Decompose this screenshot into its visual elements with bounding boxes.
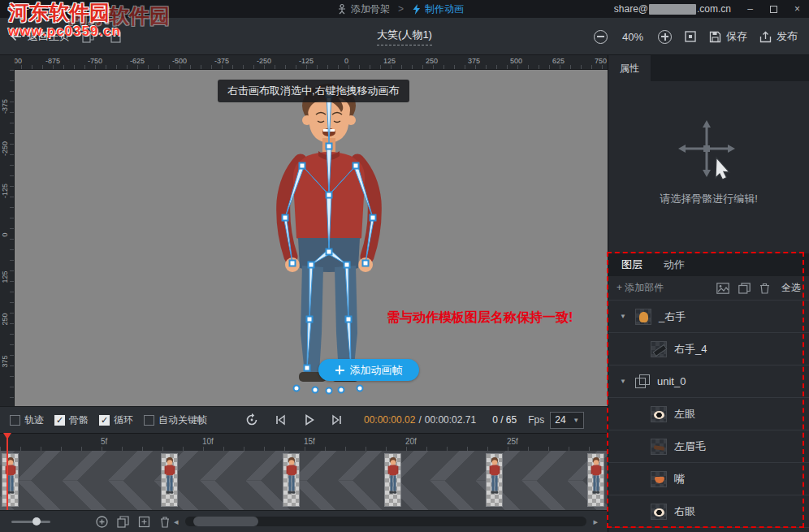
menu-file[interactable]: 文件 — [10, 2, 29, 16]
fit-canvas-icon[interactable] — [684, 30, 697, 43]
slider-knob[interactable] — [32, 517, 41, 526]
next-frame-icon[interactable] — [330, 413, 344, 427]
layer-item-row[interactable]: 右手_4 — [608, 333, 809, 365]
timeline-track[interactable] — [0, 451, 608, 510]
project-name[interactable]: 大笑(人物1) — [377, 28, 432, 45]
frame-counter: 0 / 65 — [492, 414, 517, 426]
checkbox-icon[interactable]: ✓ — [99, 415, 110, 426]
step-add-skeleton[interactable]: 添加骨架 — [337, 2, 390, 16]
h-ruler-label: -375 — [214, 57, 229, 65]
account-suffix: .com.cn — [697, 3, 731, 15]
layer-item-row[interactable]: 嘴 — [608, 463, 809, 495]
timeline-label: 10f — [202, 437, 214, 446]
layer-item-row[interactable]: 左眉毛 — [608, 430, 809, 463]
chevron-down-icon[interactable]: ▼ — [620, 313, 628, 320]
timeline-label: 20f — [405, 437, 417, 446]
move-cross-icon — [674, 120, 744, 188]
chevron-down-icon: ▼ — [573, 417, 579, 424]
hand-part-icon — [651, 341, 667, 357]
fps-select[interactable]: 24▼ — [550, 412, 584, 429]
layer-group-row[interactable]: ▼ unit_0 — [608, 365, 809, 398]
keyframe-thumbnail[interactable] — [283, 453, 300, 507]
layer-label: _右手 — [659, 309, 686, 324]
step-make-animation[interactable]: 制作动画 — [412, 2, 464, 16]
maximize-icon[interactable] — [762, 0, 785, 18]
select-all-button[interactable]: 全选 — [781, 281, 801, 295]
menu-help[interactable]: 帮助 — [91, 2, 110, 16]
select-bone-hint: 请选择骨骼进行编辑! — [608, 192, 809, 206]
h-ruler-label: 250 — [426, 57, 438, 65]
v-ruler-label: 375 — [1, 349, 9, 374]
layer-label: 左眼 — [674, 407, 695, 422]
keyframe-thumbnail[interactable] — [384, 453, 401, 507]
toggle-label: 自动关键帧 — [158, 413, 207, 427]
hand-icon — [635, 309, 651, 325]
layer-item-row[interactable]: 左眼 — [608, 398, 809, 430]
toggle-bones[interactable]: ✓骨骼 — [54, 413, 89, 427]
animation-canvas[interactable]: 右击画布取消选中,右键拖拽移动画布 需与动作模板图层名称保持一致! 添加动画帧 — [15, 70, 608, 406]
copy-frame-icon[interactable] — [117, 516, 129, 528]
checkbox-icon[interactable] — [144, 415, 154, 426]
timeline-tools — [96, 516, 171, 528]
prev-frame-icon[interactable] — [273, 413, 288, 427]
timeline-scrollbar[interactable] — [185, 517, 587, 526]
publish-label: 发布 — [777, 29, 798, 44]
playhead[interactable] — [6, 433, 8, 510]
plus-circle-icon[interactable] — [96, 516, 108, 528]
account-email[interactable]: share@ .com.cn — [614, 0, 731, 18]
export-frame-icon[interactable] — [138, 516, 150, 528]
toggle-auto-keyframe[interactable]: 自动关键帧 — [144, 413, 207, 427]
keyframe-thumbnail[interactable] — [161, 453, 178, 507]
zoom-out-icon[interactable] — [594, 30, 608, 44]
minimize-icon[interactable]: – — [738, 0, 762, 18]
timeline-ruler[interactable]: 5f 10f 15f 20f 25f — [0, 433, 608, 451]
checkbox-icon[interactable] — [10, 415, 20, 426]
layer-label: 左眉毛 — [674, 439, 706, 454]
scrollbar-thumb[interactable] — [193, 517, 258, 526]
right-panel: 属性 请选择骨骼进行编辑! 图层 动作 — [608, 55, 809, 532]
h-ruler-label: -250 — [257, 57, 271, 65]
picture-icon[interactable] — [716, 283, 729, 294]
checkbox-icon[interactable]: ✓ — [54, 415, 65, 426]
toggle-label: 骨骼 — [69, 413, 89, 427]
add-part-button[interactable]: + 添加部件 — [616, 281, 664, 295]
app-window: 文件 编辑 帮助 添加骨架 > 制作动画 share@ .com.cn – × — [0, 0, 809, 532]
toggle-trajectory[interactable]: 轨迹 — [10, 413, 44, 427]
scroll-left-icon[interactable]: ◂ — [171, 517, 182, 527]
back-home-button[interactable]: 返回主页 — [10, 29, 70, 44]
character-rig[interactable] — [227, 71, 430, 400]
v-ruler-label: 0 — [1, 223, 9, 247]
save-label: 保存 — [726, 29, 747, 44]
close-icon[interactable]: × — [785, 0, 809, 18]
menu-edit[interactable]: 编辑 — [50, 2, 70, 16]
keyframe-thumbnail[interactable] — [587, 453, 604, 507]
zoom-in-icon[interactable] — [658, 30, 672, 44]
timeline-zoom-slider[interactable] — [11, 521, 50, 523]
duplicate-icon[interactable] — [738, 283, 751, 294]
layer-item-row[interactable]: 右眼 — [608, 495, 809, 528]
reset-playback-icon[interactable] — [244, 413, 259, 427]
keyframe-thumbnail[interactable] — [2, 453, 19, 507]
publish-button[interactable]: 发布 — [759, 29, 798, 44]
toggle-loop[interactable]: ✓循环 — [99, 413, 133, 427]
layer-group-row[interactable]: ▼ _右手 — [608, 301, 809, 333]
zoom-level[interactable]: 40% — [620, 31, 646, 43]
play-icon[interactable] — [301, 413, 316, 427]
scroll-right-icon[interactable]: ▸ — [590, 517, 601, 527]
h-ruler-label: 375 — [468, 57, 480, 65]
h-ruler-label: -500 — [172, 57, 187, 65]
tab-actions[interactable]: 动作 — [664, 257, 685, 272]
paste-button[interactable] — [106, 27, 125, 46]
tab-layers[interactable]: 图层 — [621, 257, 642, 272]
chevron-down-icon[interactable]: ▼ — [620, 378, 628, 385]
tab-properties[interactable]: 属性 — [608, 55, 651, 81]
delete-frame-icon[interactable] — [159, 516, 171, 528]
add-frame-button[interactable]: 添加动画帧 — [318, 359, 419, 381]
back-home-label: 返回主页 — [28, 29, 70, 44]
keyframe-thumbnail[interactable] — [486, 453, 503, 507]
unit-group-icon — [635, 374, 650, 389]
save-button[interactable]: 保存 — [709, 29, 747, 44]
copy-button[interactable] — [78, 27, 97, 46]
trash-icon[interactable] — [759, 283, 770, 294]
right-eye-icon — [651, 504, 667, 520]
